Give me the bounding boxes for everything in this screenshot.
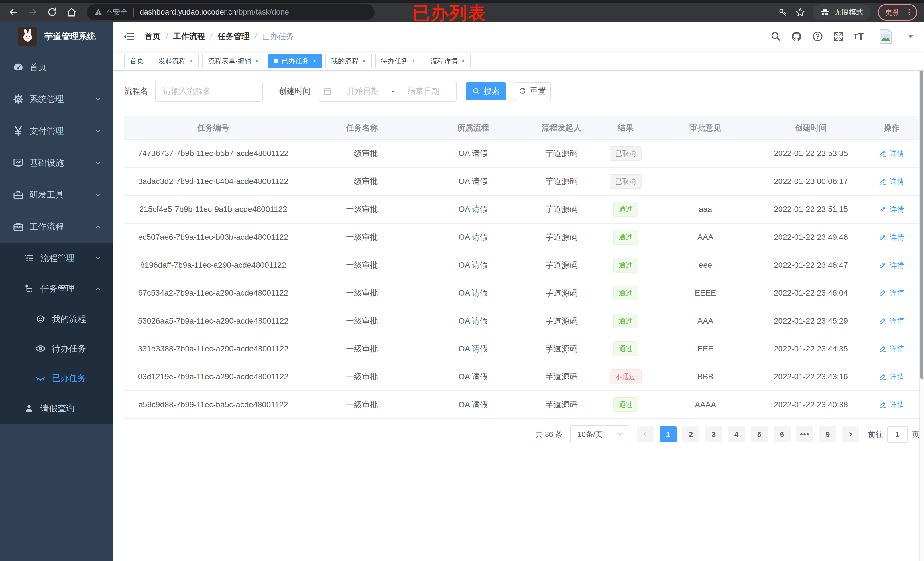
detail-link[interactable]: 详情 — [879, 344, 904, 354]
active-dot — [274, 59, 278, 63]
scrollbar-thumb[interactable] — [920, 26, 923, 379]
avatar[interactable] — [874, 25, 897, 48]
sidebar-item-process-mgmt[interactable]: 流程管理 — [0, 242, 113, 274]
next-page-button[interactable] — [842, 426, 859, 442]
avatar-caret-icon[interactable] — [907, 33, 914, 40]
chevron-down-icon — [94, 254, 102, 262]
tab-start-process[interactable]: 发起流程 — [153, 54, 199, 68]
date-range-picker[interactable]: 开始日期 - 结束日期 — [318, 81, 457, 102]
tab-done-tasks[interactable]: 已办任务 — [268, 54, 322, 68]
sidebar-item-done-tasks[interactable]: 已办任务 — [0, 364, 113, 393]
key-icon[interactable] — [778, 7, 788, 17]
detail-link[interactable]: 详情 — [879, 372, 904, 382]
breadcrumb-home[interactable]: 首页 — [145, 31, 161, 42]
close-icon[interactable] — [461, 57, 465, 64]
scrollbar-track[interactable] — [920, 22, 924, 561]
search-button[interactable]: 搜索 — [466, 82, 506, 100]
sidebar-item-system[interactable]: 系统管理 — [0, 83, 113, 115]
table-row: ec507ae6-7b9a-11ec-b03b-acde48001122 一级审… — [124, 224, 920, 251]
detail-link[interactable]: 详情 — [879, 288, 904, 298]
breadcrumb-workflow[interactable]: 工作流程 — [173, 31, 205, 42]
search-icon[interactable] — [770, 31, 781, 42]
fullscreen-icon[interactable] — [833, 31, 844, 42]
detail-link[interactable]: 详情 — [879, 260, 904, 270]
main-area: 首页 / 工作流程 / 任务管理 / 已办任务 — [113, 22, 924, 561]
calendar-icon — [323, 87, 332, 96]
page-size-select[interactable]: 10条/页 — [570, 425, 629, 443]
reset-button[interactable]: 重置 — [514, 82, 550, 100]
sidebar-item-workflow[interactable]: 工作流程 — [0, 211, 113, 242]
sidebar-item-infra[interactable]: 基础设施 — [0, 147, 113, 179]
chevron-down-icon — [617, 431, 624, 438]
status-badge: 通过 — [613, 258, 638, 272]
url-bar[interactable]: 不安全 dashboard.yudao.iocoder.cn/bpm/task/… — [87, 4, 375, 20]
app-logo[interactable]: 芋道管理系统 — [0, 22, 113, 51]
table-row: 74736737-7b9b-11ec-b5b7-acde48001122 一级审… — [124, 140, 920, 168]
detail-link[interactable]: 详情 — [879, 400, 904, 410]
detail-link[interactable]: 详情 — [879, 316, 904, 326]
page-button-5[interactable]: 5 — [751, 426, 768, 442]
help-icon[interactable] — [812, 31, 824, 42]
font-size-icon[interactable]: TT — [854, 31, 864, 42]
sidebar-toggle-icon[interactable] — [123, 30, 135, 42]
close-icon[interactable] — [312, 57, 316, 64]
table-row: 3adac3d2-7b9d-11ec-8404-acde48001122 一级审… — [124, 168, 920, 196]
process-name-input[interactable] — [155, 81, 263, 102]
browser-home-button[interactable] — [65, 6, 78, 19]
sidebar-item-task-mgmt[interactable]: 任务管理 — [0, 274, 113, 304]
sidebar-item-payment[interactable]: 支付管理 — [0, 115, 113, 147]
prev-page-button[interactable] — [637, 426, 654, 442]
chevron-down-icon — [94, 95, 102, 103]
edit-pen-icon — [879, 345, 886, 353]
tab-todo-tasks[interactable]: 待办任务 — [375, 54, 421, 68]
page-button-9[interactable]: 9 — [819, 426, 836, 442]
sidebar-item-devtools[interactable]: 研发工具 — [0, 179, 113, 211]
breadcrumb-separator: / — [210, 32, 213, 41]
browser-back-button[interactable] — [7, 6, 20, 19]
more-pages-button[interactable]: ••• — [796, 426, 813, 442]
url-path: /bpm/task/done — [236, 8, 289, 16]
browser-reload-button[interactable] — [46, 6, 59, 19]
page-button-3[interactable]: 3 — [705, 426, 722, 442]
date-start-input[interactable]: 开始日期 — [336, 86, 390, 97]
github-icon[interactable] — [791, 31, 802, 42]
not-secure-icon[interactable] — [94, 8, 103, 16]
goto-page-input[interactable] — [887, 426, 908, 443]
status-badge: 通过 — [613, 202, 638, 217]
edit-pen-icon — [879, 261, 886, 269]
close-icon[interactable] — [362, 57, 366, 64]
sidebar-item-my-process[interactable]: 我的流程 — [0, 304, 113, 334]
tab-my-process[interactable]: 我的流程 — [326, 54, 372, 68]
status-badge: 通过 — [613, 314, 638, 328]
detail-link[interactable]: 详情 — [879, 205, 904, 214]
browser-update-button[interactable]: 更新 — [878, 4, 917, 21]
detail-link[interactable]: 详情 — [879, 177, 904, 187]
close-icon[interactable] — [411, 57, 416, 64]
sidebar-item-todo-tasks[interactable]: 待办任务 — [0, 334, 113, 364]
tab-home[interactable]: 首页 — [124, 54, 149, 68]
breadcrumb-task-mgmt[interactable]: 任务管理 — [218, 31, 250, 42]
search-icon — [472, 87, 480, 95]
bookmark-star-icon[interactable] — [795, 7, 806, 17]
url-domain: dashboard.yudao.iocoder.cn — [140, 8, 236, 16]
close-icon[interactable] — [255, 57, 259, 64]
briefcase-icon — [11, 221, 25, 232]
browser-forward-button[interactable] — [26, 6, 39, 19]
sidebar-item-home[interactable]: 首页 — [0, 51, 113, 83]
detail-link[interactable]: 详情 — [879, 149, 904, 159]
sidebar-item-leave-query[interactable]: 请假查询 — [0, 393, 113, 424]
status-badge: 已取消 — [610, 146, 642, 161]
page-button-6[interactable]: 6 — [774, 426, 790, 442]
close-icon[interactable] — [189, 57, 193, 64]
tab-process-detail[interactable]: 流程详情 — [424, 54, 471, 68]
detail-link[interactable]: 详情 — [879, 232, 904, 242]
tab-process-form-edit[interactable]: 流程表单-编辑 — [202, 54, 264, 68]
date-end-input[interactable]: 结束日期 — [396, 86, 451, 97]
page-button-1[interactable]: 1 — [660, 426, 676, 442]
user-icon — [22, 403, 36, 414]
page-button-2[interactable]: 2 — [682, 426, 699, 442]
status-badge: 通过 — [613, 230, 638, 245]
breadcrumb-current: 已办任务 — [262, 31, 294, 42]
page-button-4[interactable]: 4 — [728, 426, 745, 442]
chevron-down-icon — [94, 159, 102, 167]
